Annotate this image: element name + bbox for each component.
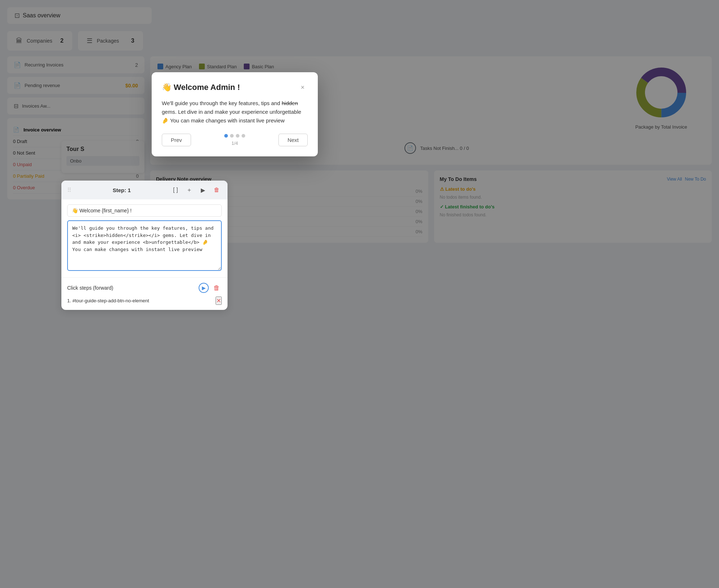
hidden-text: hidden	[282, 100, 298, 106]
bracket-button[interactable]: [ ]	[170, 185, 181, 195]
step-title-input[interactable]	[67, 204, 222, 217]
modal-close-button[interactable]: ×	[298, 82, 308, 92]
welcome-modal: 👋 Welcome Admin ! × We'll guide you thro…	[152, 72, 318, 156]
step-body: We'll guide you through the key features…	[61, 199, 228, 277]
modal-dots	[224, 134, 245, 138]
step-header: ⠿ Step: 1 [ ] ＋ ▶ 🗑	[61, 181, 228, 199]
play-button[interactable]: ▶	[198, 185, 208, 195]
click-steps-title: Click steps (forward)	[67, 285, 113, 291]
click-step-item-1: 1. #tour-guide-step-add-btn-no-element ✕	[67, 297, 222, 305]
dot-2	[230, 134, 234, 138]
modal-title: 👋 Welcome Admin !	[162, 83, 240, 92]
dot-1	[224, 134, 228, 138]
modal-nav: 1/4	[224, 134, 245, 146]
delete-step-button[interactable]: 🗑	[212, 185, 222, 195]
modal-body: We'll guide you through the key features…	[162, 99, 308, 125]
modal-header: 👋 Welcome Admin ! ×	[162, 82, 308, 92]
step-title-label: Step: 1	[113, 187, 131, 193]
play-steps-button[interactable]: ▶	[199, 283, 209, 293]
drag-handle-icon: ⠿	[67, 187, 72, 194]
click-steps-section: Click steps (forward) ▶ 🗑 1. #tour-guide…	[61, 277, 228, 310]
prev-button[interactable]: Prev	[162, 134, 191, 146]
add-step-button[interactable]: ＋	[184, 185, 194, 195]
remove-step-1-button[interactable]: ✕	[216, 297, 222, 305]
dot-4	[242, 134, 245, 138]
next-button[interactable]: Next	[278, 134, 308, 146]
step-item-number: 1. #tour-guide-step-add-btn-no-element	[67, 298, 149, 303]
modal-footer: Prev 1/4 Next	[162, 134, 308, 146]
step-content-textarea[interactable]: We'll guide you through the key features…	[67, 220, 222, 271]
dot-3	[236, 134, 239, 138]
delete-steps-button[interactable]: 🗑	[212, 283, 222, 293]
step-actions: [ ] ＋ ▶ 🗑	[170, 185, 222, 195]
click-steps-header: Click steps (forward) ▶ 🗑	[67, 283, 222, 293]
modal-page: 1/4	[231, 140, 238, 146]
tour-step-panel: ⠿ Step: 1 [ ] ＋ ▶ 🗑 We'll guide you thro…	[61, 181, 228, 310]
click-steps-buttons: ▶ 🗑	[199, 283, 222, 293]
